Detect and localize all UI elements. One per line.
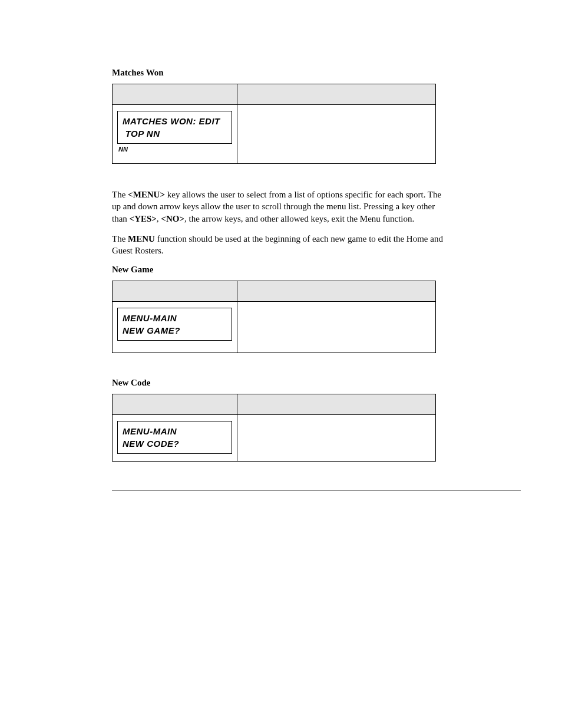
text: , the arrow keys, and other allowed keys…: [184, 214, 414, 223]
table-header-right: [237, 394, 436, 415]
table-header-left: [113, 394, 237, 415]
paragraph-menu-key: The <MENU> key allows the user to select…: [112, 189, 450, 225]
table-header-right: [237, 84, 436, 105]
text-bold: MENU: [128, 234, 155, 243]
lcd-line-1: MATCHES WON: EDIT: [123, 115, 227, 127]
table-new-code: MENU-MAIN NEW CODE?: [112, 394, 436, 462]
lcd-line-2: TOP NN: [123, 127, 227, 140]
description-cell: [237, 415, 436, 462]
lcd-cell: MENU-MAIN NEW GAME?: [113, 302, 237, 353]
paragraph-menu-function: The MENU function should be used at the …: [112, 233, 450, 257]
lcd-line-1: MENU-MAIN: [123, 312, 227, 324]
document-page: Matches Won MATCHES WON: EDIT TOP NN NN …: [0, 0, 562, 490]
table-new-game: MENU-MAIN NEW GAME?: [112, 281, 436, 353]
lcd-subnote: NN: [117, 145, 232, 153]
lcd-box: MENU-MAIN NEW GAME?: [117, 308, 232, 341]
table-header-right: [237, 281, 436, 302]
page-footer-rule: [112, 490, 521, 490]
description-cell: [237, 105, 436, 164]
text-bold: <NO>: [161, 214, 184, 223]
lcd-box: MENU-MAIN NEW CODE?: [117, 421, 232, 454]
lcd-cell: MATCHES WON: EDIT TOP NN NN: [113, 105, 237, 164]
lcd-line-2: NEW GAME?: [123, 324, 227, 337]
table-header-left: [113, 281, 237, 302]
lcd-cell: MENU-MAIN NEW CODE?: [113, 415, 237, 462]
table-matches-won: MATCHES WON: EDIT TOP NN NN: [112, 84, 436, 164]
heading-new-code: New Code: [112, 378, 450, 388]
text-bold: <MENU>: [128, 190, 165, 199]
lcd-line-1: MENU-MAIN: [123, 425, 227, 437]
lcd-box: MATCHES WON: EDIT TOP NN: [117, 111, 232, 144]
description-cell: [237, 302, 436, 353]
heading-matches-won: Matches Won: [112, 68, 450, 78]
text-bold: <YES>: [130, 214, 157, 223]
text: function should be used at the beginning…: [112, 234, 443, 255]
table-header-left: [113, 84, 237, 105]
text: The: [112, 190, 128, 199]
lcd-line-2: NEW CODE?: [123, 437, 227, 450]
heading-new-game: New Game: [112, 265, 450, 275]
text: The: [112, 234, 128, 243]
